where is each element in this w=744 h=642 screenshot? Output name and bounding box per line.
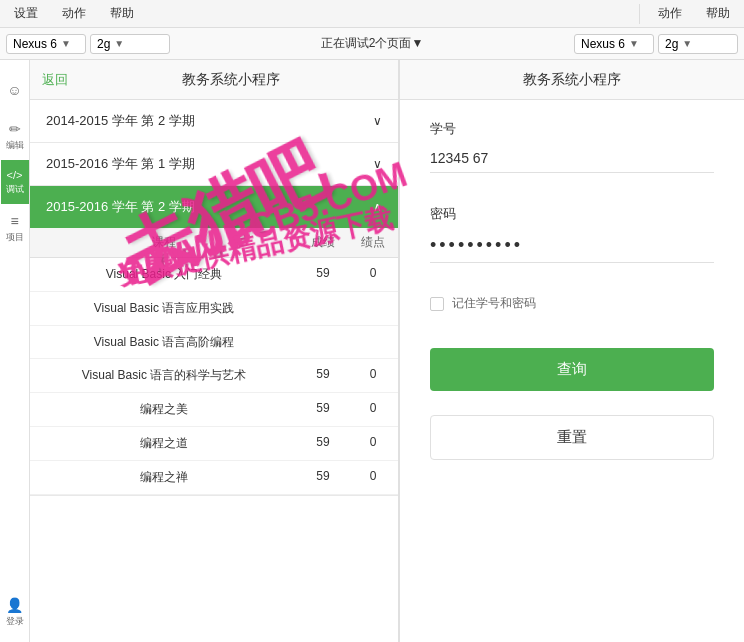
left-app-title: 教务系统小程序 xyxy=(76,71,386,89)
device-arrow-right: ▼ xyxy=(629,38,639,49)
student-id-label: 学号 xyxy=(430,120,714,138)
left-app-header: 返回 教务系统小程序 xyxy=(30,60,398,100)
user-icon: 👤 xyxy=(6,597,23,613)
menu-help-right[interactable]: 帮助 xyxy=(700,3,736,24)
table-row: Visual Basic 语言高阶编程 xyxy=(30,326,398,360)
course-credit-0: 0 xyxy=(348,258,398,291)
menu-help-left[interactable]: 帮助 xyxy=(104,3,140,24)
course-name-1: Visual Basic 语言应用实践 xyxy=(30,292,298,325)
device-name-right: Nexus 6 xyxy=(581,37,625,51)
course-credit-1 xyxy=(348,292,398,325)
right-phone-panel: 教务系统小程序 学号 密码 •••••••••• xyxy=(400,60,744,642)
course-table-header: 课程 成绩 绩点 xyxy=(30,228,398,258)
table-row: 编程之道 59 0 xyxy=(30,427,398,461)
course-score-0: 59 xyxy=(298,258,348,291)
sidebar-item-debug[interactable]: </> 调试 xyxy=(1,160,29,204)
debug-status: 正在调试2个页面▼ xyxy=(174,35,570,52)
course-score-4: 59 xyxy=(298,393,348,426)
semester-header-1[interactable]: 2014-2015 学年 第 2 学期 ∨ xyxy=(30,100,398,142)
course-score-3: 59 xyxy=(298,359,348,392)
device-bar-right: Nexus 6 ▼ 2g ▼ xyxy=(574,34,738,54)
col-header-credit: 绩点 xyxy=(348,228,398,257)
course-name-3: Visual Basic 语言的科学与艺术 xyxy=(30,359,298,392)
password-field: •••••••••• xyxy=(430,229,714,263)
main-layout: ☺ ✏ 编辑 </> 调试 ≡ 项目 👤 登录 返回 教务系统小程序 xyxy=(0,60,744,642)
edit-icon: ✏ xyxy=(9,121,21,137)
zoom-select-left[interactable]: 2g ▼ xyxy=(90,34,170,54)
right-app-header: 教务系统小程序 xyxy=(400,60,744,100)
course-table: 课程 成绩 绩点 Visual Basic 入门经典 59 0 Visual B… xyxy=(30,228,398,495)
remember-row: 记住学号和密码 xyxy=(430,295,714,312)
zoom-value-left: 2g xyxy=(97,37,110,51)
course-score-2 xyxy=(298,326,348,359)
semester-label-3: 2015-2016 学年 第 2 学期 xyxy=(46,198,195,216)
separator xyxy=(639,4,640,24)
top-menubar: 设置 动作 帮助 动作 帮助 xyxy=(0,0,744,28)
query-button[interactable]: 查询 xyxy=(430,348,714,391)
semester-list: 2014-2015 学年 第 2 学期 ∨ 2015-2016 学年 第 1 学… xyxy=(30,100,398,642)
sidebar-item-edit[interactable]: ✏ 编辑 xyxy=(1,114,29,158)
user-label: 登录 xyxy=(6,615,24,628)
course-credit-4: 0 xyxy=(348,393,398,426)
semester-header-2[interactable]: 2015-2016 学年 第 1 学期 ∨ xyxy=(30,143,398,185)
menu-settings[interactable]: 设置 xyxy=(8,3,44,24)
remember-label: 记住学号和密码 xyxy=(452,295,536,312)
student-id-input[interactable] xyxy=(430,144,714,173)
home-icon: ☺ xyxy=(7,82,21,98)
zoom-arrow-right: ▼ xyxy=(682,38,692,49)
sidebar-bottom: 👤 登录 xyxy=(0,590,29,642)
sidebar-item-user[interactable]: 👤 登录 xyxy=(1,590,29,634)
semester-label-1: 2014-2015 学年 第 2 学期 xyxy=(46,112,195,130)
debug-status-text: 正在调试2个页面▼ xyxy=(321,36,424,50)
reset-button[interactable]: 重置 xyxy=(430,415,714,460)
course-credit-2 xyxy=(348,326,398,359)
course-score-6: 59 xyxy=(298,461,348,494)
back-button[interactable]: 返回 xyxy=(42,71,68,89)
device-name-left: Nexus 6 xyxy=(13,37,57,51)
semester-item-3: 2015-2016 学年 第 2 学期 ∧ 课程 成绩 绩点 Visual Ba… xyxy=(30,186,398,496)
course-score-1 xyxy=(298,292,348,325)
zoom-value-right: 2g xyxy=(665,37,678,51)
debug-label: 调试 xyxy=(6,183,24,196)
course-name-5: 编程之道 xyxy=(30,427,298,460)
semester-item-2: 2015-2016 学年 第 1 学期 ∨ xyxy=(30,143,398,186)
content-area: 返回 教务系统小程序 2014-2015 学年 第 2 学期 ∨ 2015-20… xyxy=(30,60,744,642)
table-row: Visual Basic 语言的科学与艺术 59 0 xyxy=(30,359,398,393)
col-header-score: 成绩 xyxy=(298,228,348,257)
course-name-6: 编程之禅 xyxy=(30,461,298,494)
debug-icon: </> xyxy=(7,169,23,181)
sidebar-item-project[interactable]: ≡ 项目 xyxy=(1,206,29,250)
table-row: Visual Basic 入门经典 59 0 xyxy=(30,258,398,292)
password-dots: •••••••••• xyxy=(430,235,714,256)
chevron-icon-2: ∨ xyxy=(373,157,382,171)
device-select-left[interactable]: Nexus 6 ▼ xyxy=(6,34,86,54)
course-credit-6: 0 xyxy=(348,461,398,494)
device-select-right[interactable]: Nexus 6 ▼ xyxy=(574,34,654,54)
semester-item-1: 2014-2015 学年 第 2 学期 ∨ xyxy=(30,100,398,143)
zoom-select-right[interactable]: 2g ▼ xyxy=(658,34,738,54)
course-credit-5: 0 xyxy=(348,427,398,460)
course-name-2: Visual Basic 语言高阶编程 xyxy=(30,326,298,359)
sidebar-item-home[interactable]: ☺ xyxy=(1,68,29,112)
semester-header-3[interactable]: 2015-2016 学年 第 2 学期 ∧ xyxy=(30,186,398,228)
chevron-icon-3: ∧ xyxy=(373,200,382,214)
zoom-arrow-left: ▼ xyxy=(114,38,124,49)
device-bar: Nexus 6 ▼ 2g ▼ 正在调试2个页面▼ Nexus 6 ▼ 2g ▼ xyxy=(0,28,744,60)
left-phone-panel: 返回 教务系统小程序 2014-2015 学年 第 2 学期 ∨ 2015-20… xyxy=(30,60,400,642)
menu-action-left[interactable]: 动作 xyxy=(56,3,92,24)
menu-icon: ≡ xyxy=(10,213,18,229)
course-name-0: Visual Basic 入门经典 xyxy=(30,258,298,291)
table-row: 编程之禅 59 0 xyxy=(30,461,398,495)
right-app-title: 教务系统小程序 xyxy=(523,71,621,89)
project-label: 项目 xyxy=(6,231,24,244)
edit-label: 编辑 xyxy=(6,139,24,152)
chevron-icon-1: ∨ xyxy=(373,114,382,128)
sidebar: ☺ ✏ 编辑 </> 调试 ≡ 项目 👤 登录 xyxy=(0,60,30,642)
semester-label-2: 2015-2016 学年 第 1 学期 xyxy=(46,155,195,173)
password-group: 密码 •••••••••• xyxy=(430,205,714,263)
course-name-4: 编程之美 xyxy=(30,393,298,426)
menu-action-right[interactable]: 动作 xyxy=(652,3,688,24)
course-score-5: 59 xyxy=(298,427,348,460)
student-id-group: 学号 xyxy=(430,120,714,173)
remember-checkbox[interactable] xyxy=(430,297,444,311)
